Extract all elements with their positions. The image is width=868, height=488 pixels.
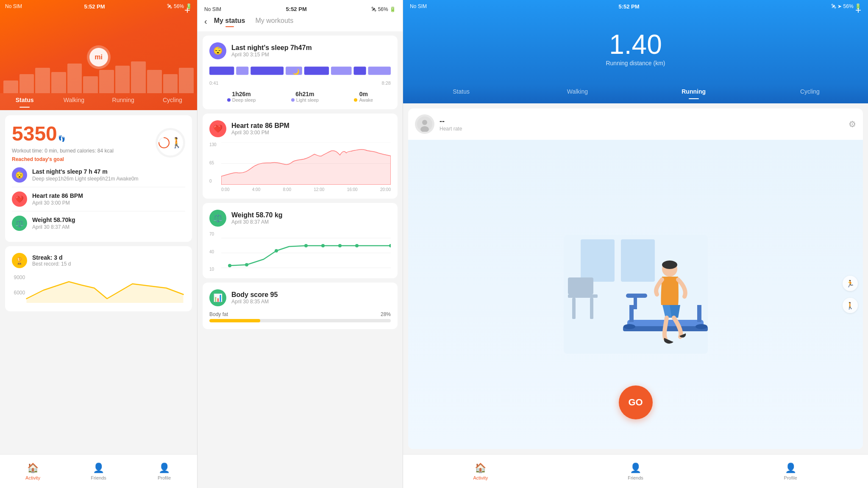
weight-card-title: Weight 58.70 kg xyxy=(231,211,283,219)
svg-rect-33 xyxy=(568,294,598,298)
steps-workout-info: Workout time: 0 min, burned calories: 84… xyxy=(12,147,114,155)
svg-rect-10 xyxy=(353,67,366,75)
s3-profile-icon: 👤 xyxy=(785,463,796,474)
body-score-title: Body score 95 xyxy=(231,291,278,299)
screen3-tabs: Status Walking Running Cycling xyxy=(403,85,868,103)
svg-rect-11 xyxy=(368,67,391,75)
body-score-card: 📊 Body score 95 April 30 8:35 AM Body fa… xyxy=(203,283,398,329)
tab-walking-3[interactable]: Walking xyxy=(519,85,635,98)
screen2-content: 😴 Last night's sleep 7h47m April 30 3:15… xyxy=(198,31,403,488)
sleep-bar-svg: 🌙 xyxy=(209,64,391,77)
svg-rect-35 xyxy=(590,298,593,319)
bar-chart-bg xyxy=(0,59,197,93)
body-fat-label: Body fat xyxy=(209,311,228,317)
nav-profile-1[interactable]: 👤 Profile xyxy=(131,463,197,480)
avatar-svg xyxy=(417,116,432,132)
s3-nav-friends[interactable]: 👤 Friends xyxy=(558,463,713,480)
s3-activity-label: Activity xyxy=(473,475,488,480)
side-icons: 🏃 🚶 xyxy=(843,276,858,313)
sleep-card-sub: April 30 3:15 PM xyxy=(231,52,312,58)
streak-title: Streak: 3 d xyxy=(32,254,71,261)
tab-walking-1[interactable]: Walking xyxy=(49,93,98,107)
weight-chart-svg xyxy=(221,232,391,270)
s3-add-button[interactable]: + xyxy=(855,4,861,16)
weight-chart-container: 70 40 10 xyxy=(209,232,391,272)
s3-signal: No SIM xyxy=(410,3,427,9)
svg-point-19 xyxy=(228,264,231,267)
svg-rect-32 xyxy=(621,239,655,282)
running-distance: 1.40 xyxy=(609,31,662,58)
activity-heart: ❤️ Heart rate 86 BPM April 30 3:00 PM xyxy=(12,187,185,211)
screen1-header: No SIM 5:52 PM 🛰 56% 🔋 mi + xyxy=(0,0,197,93)
hr-y-130: 130 xyxy=(209,142,217,147)
body-score-icon: 📊 xyxy=(209,289,226,306)
svg-rect-39 xyxy=(697,305,701,322)
friends-icon: 👤 xyxy=(93,463,104,474)
treadmill-svg xyxy=(555,227,716,362)
s3-friends-label: Friends xyxy=(628,475,643,480)
screen3-header: No SIM 5:52 PM 🛰 ➤ 56% 🔋 1.40 Running di… xyxy=(403,0,868,85)
sleep-card-header: 😴 Last night's sleep 7h47m April 30 3:15… xyxy=(209,42,391,59)
hr-avatar xyxy=(415,114,434,134)
body-fat-progress: Body fat 28% xyxy=(209,311,391,322)
weight-card: ⚖️ Weight 58.70 kg April 30 8:37 AM 70 4… xyxy=(203,203,398,278)
sleep-title: Last night's sleep 7 h 47 m xyxy=(32,168,139,175)
running-card: -- Heart rate ⚙ xyxy=(408,108,863,449)
tab-cycling-1[interactable]: Cycling xyxy=(148,93,197,107)
go-button[interactable]: GO xyxy=(619,385,653,419)
tab-status-3[interactable]: Status xyxy=(403,85,519,98)
hr-display-label: Heart rate xyxy=(440,126,462,132)
sleep-card: 😴 Last night's sleep 7h47m April 30 3:15… xyxy=(203,36,398,109)
tab-my-status[interactable]: My status xyxy=(214,17,245,26)
svg-rect-43 xyxy=(634,297,637,309)
svg-rect-34 xyxy=(572,298,576,319)
steps-circle-svg xyxy=(149,136,179,149)
svg-point-41 xyxy=(623,324,635,329)
running-mode-icon[interactable]: 🏃 xyxy=(843,276,858,291)
streak-row: 🏆 Streak: 3 d Best record: 15 d xyxy=(12,253,185,268)
steps-goal: Reached today's goal xyxy=(12,155,114,163)
heart-icon: ❤️ xyxy=(12,191,27,207)
tab-my-workouts[interactable]: My workouts xyxy=(255,17,293,26)
profile-icon: 👤 xyxy=(159,463,170,474)
s2-tabs: My status My workouts xyxy=(214,17,396,26)
hr-card-icon: ❤️ xyxy=(209,120,226,137)
add-button[interactable]: + xyxy=(184,4,190,16)
heart-subtitle: April 30 3:00 PM xyxy=(32,200,83,206)
walking-mode-icon[interactable]: 🚶 xyxy=(843,298,858,313)
nav-friends-1[interactable]: 👤 Friends xyxy=(66,463,131,480)
hr-x-16: 16:00 xyxy=(347,187,358,192)
hr-x-4: 4:00 xyxy=(252,187,260,192)
s3-profile-label: Profile xyxy=(784,475,797,480)
tab-running-3[interactable]: Running xyxy=(636,85,752,98)
light-sleep-val: 6h21m xyxy=(291,91,319,97)
sleep-card-icon: 😴 xyxy=(209,42,226,59)
s3-home-icon: 🏠 xyxy=(475,463,486,474)
svg-point-22 xyxy=(304,244,308,247)
streak-subtitle: Best record: 15 d xyxy=(32,261,71,267)
hr-display-val: -- xyxy=(440,117,462,126)
svg-rect-38 xyxy=(629,305,634,322)
screen2: No SIM 5:52 PM 🛰 56% 🔋 ‹ My status My wo… xyxy=(197,0,403,488)
weight-card-sub: April 30 8:37 AM xyxy=(231,219,283,225)
tab-running-1[interactable]: Running xyxy=(99,93,148,107)
screen1-bottom-nav: 🏠 Activity 👤 Friends 👤 Profile xyxy=(0,454,197,488)
activity-label: Activity xyxy=(25,475,40,480)
status-bar-3: No SIM 5:52 PM 🛰 ➤ 56% 🔋 xyxy=(403,0,868,13)
s3-nav-activity[interactable]: 🏠 Activity xyxy=(403,463,558,480)
screen1: No SIM 5:52 PM 🛰 56% 🔋 mi + Status Walki… xyxy=(0,0,197,488)
hr-info: -- Heart rate xyxy=(440,117,462,132)
gear-button[interactable]: ⚙ xyxy=(849,119,856,129)
nav-activity-1[interactable]: 🏠 Activity xyxy=(0,463,66,480)
svg-rect-4 xyxy=(209,67,234,75)
s3-nav-profile[interactable]: 👤 Profile xyxy=(713,463,868,480)
svg-text:🌙: 🌙 xyxy=(292,68,300,75)
sleep-icon: 😴 xyxy=(12,167,27,183)
back-button[interactable]: ‹ xyxy=(204,17,207,26)
tab-cycling-3[interactable]: Cycling xyxy=(752,85,868,98)
s2-signal: No SIM xyxy=(204,6,221,12)
svg-point-42 xyxy=(696,324,707,329)
tab-status-1[interactable]: Status xyxy=(0,93,49,107)
hr-card-title: Heart rate 86 BPM xyxy=(231,122,289,130)
screen3: No SIM 5:52 PM 🛰 ➤ 56% 🔋 1.40 Running di… xyxy=(403,0,868,488)
